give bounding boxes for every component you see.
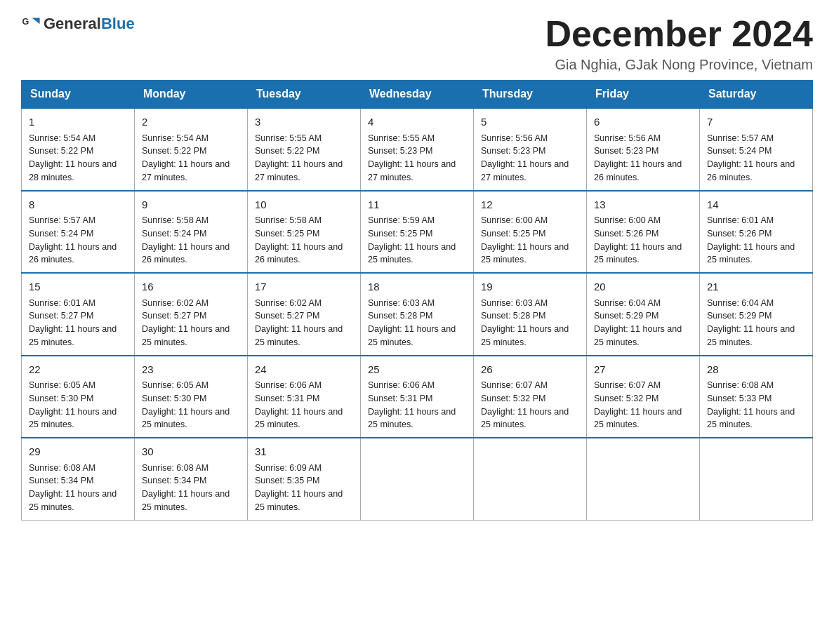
calendar-day-cell: 1Sunrise: 5:54 AMSunset: 5:22 PMDaylight… (22, 108, 135, 191)
calendar-day-cell: 2Sunrise: 5:54 AMSunset: 5:22 PMDaylight… (135, 108, 248, 191)
day-number: 19 (481, 279, 579, 295)
day-of-week-header: Friday (587, 81, 700, 109)
day-number: 29 (29, 444, 127, 460)
day-number: 1 (29, 114, 127, 130)
day-number: 17 (255, 279, 353, 295)
day-number: 16 (142, 279, 240, 295)
day-number: 13 (594, 197, 692, 213)
calendar-day-cell: 6Sunrise: 5:56 AMSunset: 5:23 PMDaylight… (587, 108, 700, 191)
calendar-day-cell (587, 438, 700, 520)
calendar-table: SundayMondayTuesdayWednesdayThursdayFrid… (21, 80, 813, 521)
day-of-week-header: Saturday (700, 81, 813, 109)
day-of-week-header: Wednesday (361, 81, 474, 109)
calendar-day-cell: 22Sunrise: 6:05 AMSunset: 5:30 PMDayligh… (22, 356, 135, 438)
day-number: 9 (142, 197, 240, 213)
day-number: 26 (481, 362, 579, 378)
svg-marker-1 (32, 18, 39, 24)
day-number: 27 (594, 362, 692, 378)
calendar-day-cell: 29Sunrise: 6:08 AMSunset: 5:34 PMDayligh… (22, 438, 135, 520)
calendar-day-cell (361, 438, 474, 520)
calendar-day-cell: 3Sunrise: 5:55 AMSunset: 5:22 PMDaylight… (248, 108, 361, 191)
calendar-day-cell: 13Sunrise: 6:00 AMSunset: 5:26 PMDayligh… (587, 191, 700, 274)
day-number: 8 (29, 197, 127, 213)
day-number: 24 (255, 362, 353, 378)
calendar-day-cell: 25Sunrise: 6:06 AMSunset: 5:31 PMDayligh… (361, 356, 474, 438)
calendar-day-cell: 26Sunrise: 6:07 AMSunset: 5:32 PMDayligh… (474, 356, 587, 438)
calendar-day-cell: 5Sunrise: 5:56 AMSunset: 5:23 PMDaylight… (474, 108, 587, 191)
day-number: 14 (707, 197, 805, 213)
day-number: 4 (368, 114, 466, 130)
calendar-day-cell: 11Sunrise: 5:59 AMSunset: 5:25 PMDayligh… (361, 191, 474, 274)
day-number: 28 (707, 362, 805, 378)
calendar-week-row: 15Sunrise: 6:01 AMSunset: 5:27 PMDayligh… (22, 273, 813, 356)
day-number: 20 (594, 279, 692, 295)
calendar-day-cell: 7Sunrise: 5:57 AMSunset: 5:24 PMDaylight… (700, 108, 813, 191)
day-number: 7 (707, 114, 805, 130)
day-number: 15 (29, 279, 127, 295)
day-of-week-header: Tuesday (248, 81, 361, 109)
day-number: 3 (255, 114, 353, 130)
day-number: 10 (255, 197, 353, 213)
calendar-day-cell (474, 438, 587, 520)
calendar-day-cell: 10Sunrise: 5:58 AMSunset: 5:25 PMDayligh… (248, 191, 361, 274)
calendar-day-cell: 15Sunrise: 6:01 AMSunset: 5:27 PMDayligh… (22, 273, 135, 356)
logo-blue-text: Blue (101, 15, 135, 32)
calendar-day-cell: 31Sunrise: 6:09 AMSunset: 5:35 PMDayligh… (248, 438, 361, 520)
calendar-day-cell: 14Sunrise: 6:01 AMSunset: 5:26 PMDayligh… (700, 191, 813, 274)
calendar-day-cell (700, 438, 813, 520)
calendar-day-cell: 23Sunrise: 6:05 AMSunset: 5:30 PMDayligh… (135, 356, 248, 438)
day-of-week-header: Sunday (22, 81, 135, 109)
calendar-day-cell: 20Sunrise: 6:04 AMSunset: 5:29 PMDayligh… (587, 273, 700, 356)
calendar-day-cell: 18Sunrise: 6:03 AMSunset: 5:28 PMDayligh… (361, 273, 474, 356)
day-number: 11 (368, 197, 466, 213)
logo-icon: G (21, 14, 41, 34)
logo-general-text: General (44, 15, 101, 32)
month-title: December 2024 (545, 14, 813, 54)
calendar-day-cell: 4Sunrise: 5:55 AMSunset: 5:23 PMDaylight… (361, 108, 474, 191)
calendar-day-cell: 8Sunrise: 5:57 AMSunset: 5:24 PMDaylight… (22, 191, 135, 274)
day-number: 23 (142, 362, 240, 378)
calendar-day-cell: 28Sunrise: 6:08 AMSunset: 5:33 PMDayligh… (700, 356, 813, 438)
calendar-week-row: 22Sunrise: 6:05 AMSunset: 5:30 PMDayligh… (22, 356, 813, 438)
day-number: 25 (368, 362, 466, 378)
calendar-day-cell: 9Sunrise: 5:58 AMSunset: 5:24 PMDaylight… (135, 191, 248, 274)
day-number: 2 (142, 114, 240, 130)
day-number: 12 (481, 197, 579, 213)
day-number: 21 (707, 279, 805, 295)
calendar-week-row: 8Sunrise: 5:57 AMSunset: 5:24 PMDaylight… (22, 191, 813, 274)
day-number: 31 (255, 444, 353, 460)
calendar-day-cell: 19Sunrise: 6:03 AMSunset: 5:28 PMDayligh… (474, 273, 587, 356)
calendar-week-row: 1Sunrise: 5:54 AMSunset: 5:22 PMDaylight… (22, 108, 813, 191)
calendar-day-cell: 27Sunrise: 6:07 AMSunset: 5:32 PMDayligh… (587, 356, 700, 438)
day-number: 22 (29, 362, 127, 378)
svg-text:G: G (22, 17, 29, 27)
calendar-header-row: SundayMondayTuesdayWednesdayThursdayFrid… (22, 81, 813, 109)
day-number: 18 (368, 279, 466, 295)
calendar-day-cell: 24Sunrise: 6:06 AMSunset: 5:31 PMDayligh… (248, 356, 361, 438)
day-number: 30 (142, 444, 240, 460)
page-header: G GeneralBlue December 2024 Gia Nghia, G… (21, 14, 813, 73)
day-of-week-header: Monday (135, 81, 248, 109)
calendar-day-cell: 16Sunrise: 6:02 AMSunset: 5:27 PMDayligh… (135, 273, 248, 356)
calendar-day-cell: 17Sunrise: 6:02 AMSunset: 5:27 PMDayligh… (248, 273, 361, 356)
day-number: 6 (594, 114, 692, 130)
logo: G GeneralBlue (21, 14, 135, 34)
location-subtitle: Gia Nghia, GJak Nong Province, Vietnam (545, 57, 813, 73)
day-of-week-header: Thursday (474, 81, 587, 109)
calendar-day-cell: 30Sunrise: 6:08 AMSunset: 5:34 PMDayligh… (135, 438, 248, 520)
title-block: December 2024 Gia Nghia, GJak Nong Provi… (545, 14, 813, 73)
calendar-week-row: 29Sunrise: 6:08 AMSunset: 5:34 PMDayligh… (22, 438, 813, 520)
day-number: 5 (481, 114, 579, 130)
calendar-day-cell: 12Sunrise: 6:00 AMSunset: 5:25 PMDayligh… (474, 191, 587, 274)
calendar-day-cell: 21Sunrise: 6:04 AMSunset: 5:29 PMDayligh… (700, 273, 813, 356)
